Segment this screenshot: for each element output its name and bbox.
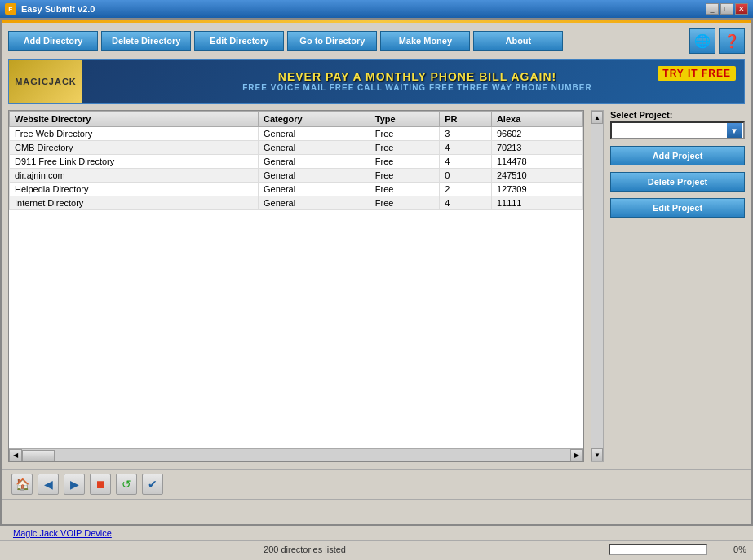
forward-button[interactable]: ▶ <box>64 474 85 495</box>
col-header-type: Type <box>370 112 439 127</box>
table-cell: 3 <box>440 127 492 141</box>
ad-main-text: NEVER PAY A MONTHLY PHONE BILL AGAIN! <box>242 70 591 83</box>
browser-toolbar: 🏠 ◀ ▶ ⏹ ↺ ✔ <box>2 469 751 500</box>
table-row[interactable]: Helpedia DirectoryGeneralFree2127309 <box>10 183 583 196</box>
table-cell: 127309 <box>491 183 582 196</box>
table-row[interactable]: dir.ajnin.comGeneralFree0247510 <box>10 169 583 183</box>
scroll-thumb[interactable] <box>22 450 55 461</box>
status-bottom-bar: 200 directories listed 0% <box>0 540 753 557</box>
help-icon-button[interactable]: ❓ <box>719 28 745 54</box>
maximize-button[interactable]: □ <box>720 3 733 15</box>
table-cell: 11111 <box>491 196 582 210</box>
table-cell: General <box>258 196 370 210</box>
table-row[interactable]: Internet DirectoryGeneralFree411111 <box>10 196 583 210</box>
col-header-category: Category <box>258 112 370 127</box>
table-cell: dir.ajnin.com <box>10 169 259 183</box>
table-cell: 70213 <box>491 141 582 155</box>
table-cell: Free <box>370 196 439 210</box>
scroll-left-arrow[interactable]: ◀ <box>9 449 22 462</box>
check-button[interactable]: ✔ <box>142 474 163 495</box>
directories-listed-text: 200 directories listed <box>7 545 603 554</box>
title-bar: E Easy Submit v2.0 _ □ ✕ <box>0 0 753 18</box>
table-cell: CMB Directory <box>10 141 259 155</box>
content-area: Website Directory Category Type PR Alexa… <box>2 107 751 465</box>
col-header-website: Website Directory <box>10 112 259 127</box>
scroll-right-arrow[interactable]: ▶ <box>570 449 583 462</box>
status-bar: Magic Jack VOIP Device 200 directories l… <box>0 524 753 560</box>
edit-directory-button[interactable]: Edit Directory <box>194 31 284 51</box>
table-cell: 247510 <box>491 169 582 183</box>
ad-sub-text: FREE Voice Mail FREE Call Waiting FREE T… <box>242 83 591 92</box>
table-row[interactable]: CMB DirectoryGeneralFree470213 <box>10 141 583 155</box>
add-project-button[interactable]: Add Project <box>610 146 745 165</box>
table-cell: 96602 <box>491 127 582 141</box>
table-cell: General <box>258 155 370 169</box>
back-button[interactable]: ◀ <box>38 474 59 495</box>
table-cell: Free <box>370 155 439 169</box>
scroll-up-arrow[interactable]: ▲ <box>591 111 603 124</box>
app-icon: E <box>5 3 16 15</box>
edit-project-button[interactable]: Edit Project <box>610 198 745 218</box>
table-cell: 2 <box>440 183 492 196</box>
ad-try-free: Try it FREE <box>658 66 736 81</box>
directory-table-panel: Website Directory Category Type PR Alexa… <box>8 110 584 462</box>
delete-project-button[interactable]: Delete Project <box>610 172 745 192</box>
table-cell: Free <box>370 127 439 141</box>
horizontal-scrollbar[interactable]: ◀ ▶ <box>9 448 583 461</box>
table-cell: Free <box>370 183 439 196</box>
table-wrapper[interactable]: Website Directory Category Type PR Alexa… <box>9 111 583 448</box>
table-cell: 4 <box>440 196 492 210</box>
scroll-track[interactable] <box>22 449 570 462</box>
about-button[interactable]: About <box>473 31 563 51</box>
table-cell: Free <box>370 141 439 155</box>
table-cell: 4 <box>440 141 492 155</box>
table-cell: General <box>258 127 370 141</box>
col-header-pr: PR <box>440 112 492 127</box>
title-bar-left: E Easy Submit v2.0 <box>5 3 95 15</box>
go-to-directory-button[interactable]: Go to Directory <box>287 31 377 51</box>
col-header-alexa: Alexa <box>491 112 582 127</box>
home-button[interactable]: 🏠 <box>11 474 33 495</box>
ad-logo: magicJack <box>15 77 77 86</box>
main-window: Add Directory Delete Directory Edit Dire… <box>0 18 753 560</box>
project-select-box[interactable]: ▼ <box>610 121 745 139</box>
main-toolbar: Add Directory Delete Directory Edit Dire… <box>2 23 751 59</box>
close-button[interactable]: ✕ <box>735 3 748 15</box>
directory-table: Website Directory Category Type PR Alexa… <box>9 111 583 210</box>
table-cell: General <box>258 169 370 183</box>
right-panel: Select Project: ▼ Add Project Delete Pro… <box>610 110 745 462</box>
percent-text: 0% <box>714 545 746 554</box>
vertical-scrollbar[interactable]: ▲ ▼ <box>591 110 604 462</box>
stop-button[interactable]: ⏹ <box>90 474 111 495</box>
scroll-track-vertical[interactable] <box>591 124 603 448</box>
scroll-down-arrow[interactable]: ▼ <box>591 448 603 461</box>
table-cell: Helpedia Directory <box>10 183 259 196</box>
table-cell: General <box>258 141 370 155</box>
status-link-container: Magic Jack VOIP Device <box>0 526 753 540</box>
select-project-label: Select Project: <box>610 110 745 120</box>
project-dropdown-button[interactable]: ▼ <box>727 123 742 138</box>
app-title: Easy Submit v2.0 <box>21 4 95 14</box>
table-cell: 0 <box>440 169 492 183</box>
table-cell: Free Web Directory <box>10 127 259 141</box>
make-money-button[interactable]: Make Money <box>380 31 470 51</box>
table-cell: General <box>258 183 370 196</box>
table-cell: D911 Free Link Directory <box>10 155 259 169</box>
table-cell: 114478 <box>491 155 582 169</box>
ad-banner: magicJack NEVER PAY A MONTHLY PHONE BILL… <box>8 59 745 104</box>
delete-directory-button[interactable]: Delete Directory <box>101 31 191 51</box>
table-cell: Free <box>370 169 439 183</box>
table-row[interactable]: D911 Free Link DirectoryGeneralFree41144… <box>10 155 583 169</box>
status-link[interactable]: Magic Jack VOIP Device <box>7 525 118 541</box>
progress-bar <box>609 544 707 555</box>
table-row[interactable]: Free Web DirectoryGeneralFree396602 <box>10 127 583 141</box>
refresh-button[interactable]: ↺ <box>116 474 137 495</box>
minimize-button[interactable]: _ <box>706 3 719 15</box>
table-cell: Internet Directory <box>10 196 259 210</box>
globe-icon-button[interactable]: 🌐 <box>689 28 715 54</box>
add-directory-button[interactable]: Add Directory <box>8 31 98 51</box>
table-cell: 4 <box>440 155 492 169</box>
project-select-input[interactable] <box>613 123 727 138</box>
title-bar-controls: _ □ ✕ <box>706 3 748 15</box>
